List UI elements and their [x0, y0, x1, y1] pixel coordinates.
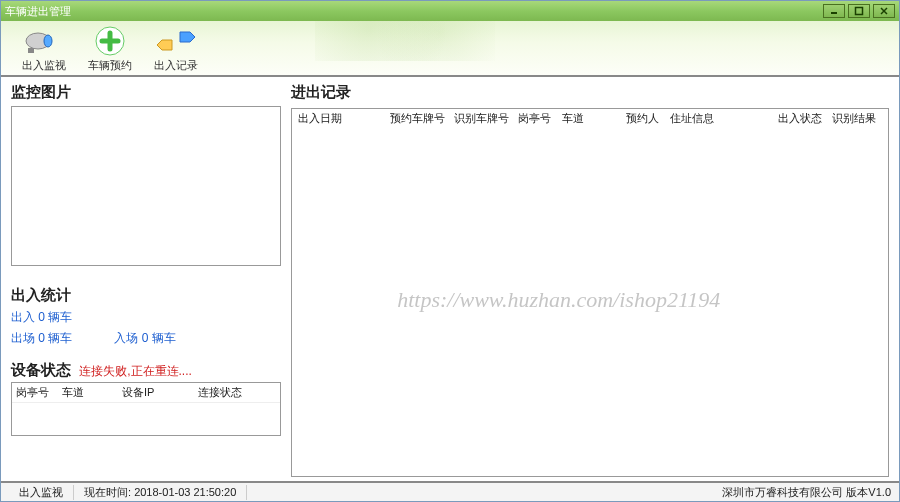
- toolbar-reserve-button[interactable]: 车辆预约: [77, 26, 143, 73]
- col-booth: 岗亭号: [16, 385, 62, 400]
- titlebar[interactable]: 车辆进出管理: [1, 1, 899, 21]
- toolbar-label: 车辆预约: [88, 58, 132, 73]
- left-panel: 监控图片 出入统计 出入 0 辆车 出场 0 辆车 入场 0 辆车 设备状态 连…: [1, 77, 287, 481]
- arrows-icon: [156, 26, 196, 56]
- toolbar-label: 出入监视: [22, 58, 66, 73]
- device-status-label: 设备状态: [11, 361, 71, 378]
- log-table: 出入日期 预约车牌号 识别车牌号 岗亭号 车道 预约人 住址信息 出入状态 识别…: [291, 108, 889, 477]
- col-result: 识别结果: [832, 111, 882, 126]
- log-table-header: 出入日期 预约车牌号 识别车牌号 岗亭号 车道 预约人 住址信息 出入状态 识别…: [292, 109, 888, 128]
- status-time: 现在时间: 2018-01-03 21:50:20: [74, 485, 247, 500]
- stat-row2: 出场 0 辆车 入场 0 辆车: [11, 330, 281, 347]
- maximize-button[interactable]: [848, 4, 870, 18]
- content-area: 监控图片 出入统计 出入 0 辆车 出场 0 辆车 入场 0 辆车 设备状态 连…: [1, 77, 899, 481]
- col-recognized-plate: 识别车牌号: [454, 111, 518, 126]
- col-address: 住址信息: [670, 111, 778, 126]
- stat-enter: 入场 0 辆车: [114, 330, 175, 347]
- plus-icon: [90, 26, 130, 56]
- log-title: 进出记录: [291, 83, 889, 102]
- toolbar-monitor-button[interactable]: 出入监视: [11, 26, 77, 73]
- col-lane: 车道: [562, 111, 626, 126]
- monitor-title: 监控图片: [11, 83, 281, 102]
- stats-section: 出入统计 出入 0 辆车 出场 0 辆车 入场 0 辆车: [11, 284, 281, 351]
- status-time-value: 2018-01-03 21:50:20: [134, 486, 236, 498]
- device-table-header: 岗亭号 车道 设备IP 连接状态: [12, 383, 280, 403]
- device-status-title: 设备状态 连接失败,正在重连....: [11, 361, 281, 380]
- stat-inout: 出入 0 辆车: [11, 309, 281, 326]
- statusbar: 出入监视 现在时间: 2018-01-03 21:50:20 深圳市万睿科技有限…: [1, 481, 899, 501]
- col-ip: 设备IP: [122, 385, 198, 400]
- toolbar-label: 出入记录: [154, 58, 198, 73]
- col-reserver: 预约人: [626, 111, 670, 126]
- device-table: 岗亭号 车道 设备IP 连接状态: [11, 382, 281, 436]
- col-reserved-plate: 预约车牌号: [390, 111, 454, 126]
- col-date: 出入日期: [298, 111, 390, 126]
- status-company: 深圳市万睿科技有限公司 版本V1.0: [722, 485, 891, 500]
- toolbar-records-button[interactable]: 出入记录: [143, 26, 209, 73]
- status-time-label: 现在时间:: [84, 486, 131, 498]
- col-connstatus: 连接状态: [198, 385, 250, 400]
- minimize-button[interactable]: [823, 4, 845, 18]
- device-error-text: 连接失败,正在重连....: [79, 364, 192, 378]
- svg-rect-6: [28, 48, 34, 53]
- svg-rect-1: [856, 8, 863, 15]
- stat-out: 出场 0 辆车: [11, 330, 111, 347]
- monitor-image-area: [11, 106, 281, 266]
- stats-title: 出入统计: [11, 286, 281, 305]
- right-panel: 进出记录 出入日期 预约车牌号 识别车牌号 岗亭号 车道 预约人 住址信息 出入…: [287, 77, 899, 481]
- col-booth: 岗亭号: [518, 111, 562, 126]
- camera-icon: [24, 26, 64, 56]
- close-button[interactable]: [873, 4, 895, 18]
- col-status: 出入状态: [778, 111, 832, 126]
- toolbar: 出入监视 车辆预约 出入记录: [1, 21, 899, 77]
- window-title: 车辆进出管理: [5, 4, 71, 19]
- svg-point-5: [44, 35, 52, 47]
- status-mode: 出入监视: [9, 485, 74, 500]
- col-lane: 车道: [62, 385, 122, 400]
